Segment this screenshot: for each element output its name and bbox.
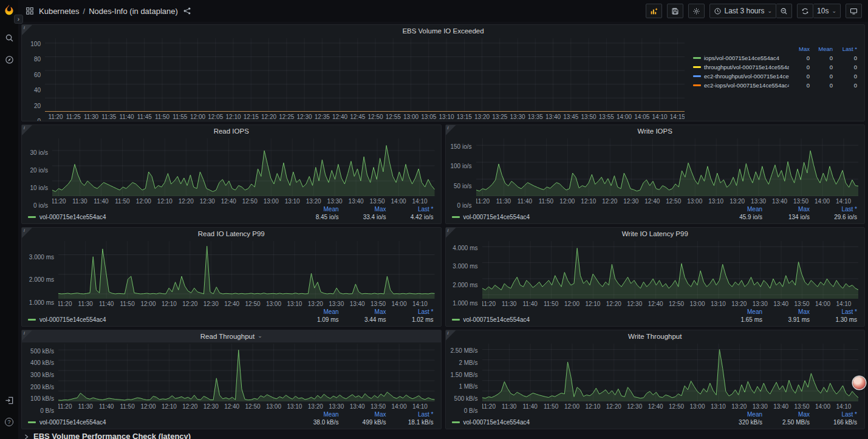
x-tick-label: 13:10: [439, 114, 454, 120]
panel-header-read-throughput[interactable]: Read Throughput⌄: [22, 330, 441, 342]
legend-column-header[interactable]: Mean: [292, 206, 339, 213]
breadcrumb-folder[interactable]: Kubernetes: [39, 7, 80, 16]
panel-plot-ebs-io-exceeded[interactable]: [45, 38, 685, 112]
panel-plot-read-latency[interactable]: [58, 241, 435, 299]
legend-column-header[interactable]: Last *: [810, 411, 857, 418]
panel-legend-read-throughput: MeanMaxLast *vol-000715e14ce554ac438.0 k…: [22, 410, 441, 429]
x-tick-label: 12:00: [559, 198, 575, 205]
share-icon[interactable]: [183, 7, 191, 15]
legend-item[interactable]: vol-000715e14ce554ac4: [452, 419, 716, 426]
legend-series-name: iops/vol-000715e14ce554ac4: [704, 55, 779, 61]
legend-column-header[interactable]: Max: [789, 46, 810, 52]
panel-plot-write-iops[interactable]: [476, 138, 859, 196]
zoom-out-time-button[interactable]: [776, 4, 792, 18]
panel-header-write-latency[interactable]: Write IO Latency P99: [446, 228, 865, 240]
x-tick-label: 11:40: [99, 403, 114, 410]
legend-item[interactable]: iops/vol-000715e14ce554ac4: [693, 55, 789, 61]
y-tick-label: 20 io/s: [30, 167, 48, 174]
legend-column-header[interactable]: Last *: [386, 206, 434, 213]
grafana-logo-icon[interactable]: [3, 4, 15, 16]
panel-plot-write-latency[interactable]: [482, 241, 859, 299]
y-tick-label: 100 io/s: [450, 163, 471, 169]
legend-column-header[interactable]: Max: [762, 308, 810, 315]
search-icon[interactable]: [4, 32, 15, 43]
panel-legend-write-iops: MeanMaxLast *vol-000715e14ce554ac445.9 i…: [446, 205, 865, 223]
breadcrumb-separator: /: [83, 7, 86, 16]
time-range-picker[interactable]: Last 3 hours ⌄: [709, 4, 777, 18]
legend-column-header[interactable]: Mean: [292, 411, 339, 418]
legend-column-header[interactable]: Max: [762, 411, 810, 418]
chat-avatar[interactable]: [853, 376, 866, 389]
legend-item[interactable]: vol-000715e14ce554ac4: [452, 214, 716, 220]
legend-column-header[interactable]: Max: [762, 206, 810, 213]
dashboard-settings-button[interactable]: [688, 4, 705, 18]
refresh-button[interactable]: [797, 4, 813, 18]
help-icon[interactable]: ?: [4, 417, 15, 427]
panel-title: Write IOPS: [638, 128, 672, 135]
add-panel-button[interactable]: [646, 4, 662, 18]
refresh-interval-picker[interactable]: 10s ⌄: [813, 4, 841, 18]
panel-header-ebs-io-exceeded[interactable]: EBS Volume IO Exceeded: [22, 25, 864, 37]
x-tick-label: 13:00: [689, 403, 705, 410]
y-tick-label: 100 kB/s: [30, 395, 54, 402]
x-tick-label: 12:20: [261, 114, 276, 120]
legend-column-header[interactable]: Mean: [715, 411, 762, 418]
legend-column-header[interactable]: Max: [339, 308, 386, 315]
apps-grid-icon[interactable]: [26, 7, 34, 15]
panel-header-write-throughput[interactable]: Write Throughput: [446, 330, 865, 342]
legend-item[interactable]: throughput/vol-000715e14ce554ac4: [693, 64, 789, 70]
y-tick-label: 1.000 ms: [453, 300, 477, 307]
panel-plot-read-throughput[interactable]: [58, 344, 435, 401]
save-dashboard-button[interactable]: [667, 4, 683, 18]
kiosk-mode-button[interactable]: [846, 4, 862, 18]
x-tick-label: 13:20: [308, 403, 323, 410]
x-tick-label: 11:50: [120, 403, 134, 410]
panel-header-read-latency[interactable]: Read IO Latency P99: [22, 228, 441, 240]
legend-item[interactable]: vol-000715e14ce554ac4: [452, 316, 716, 323]
y-tick-label: 150 io/s: [450, 143, 471, 149]
legend-item[interactable]: vol-000715e14ce554ac4: [28, 419, 292, 426]
legend-column-header[interactable]: Mean: [715, 206, 762, 213]
x-tick-label: 12:20: [182, 301, 197, 307]
legend-column-header[interactable]: Mean: [715, 308, 762, 315]
panel-plot-read-iops[interactable]: [52, 138, 435, 196]
legend-column-header[interactable]: Max: [339, 411, 386, 418]
legend-column-header[interactable]: Last *: [810, 308, 857, 315]
x-tick-label: 12:30: [297, 114, 312, 120]
legend-item[interactable]: ec2-iops/vol-000715e14ce554ac4: [693, 82, 789, 89]
sign-in-icon[interactable]: [4, 395, 15, 406]
panel-header-write-iops[interactable]: Write IOPS: [446, 125, 865, 137]
x-axis-read-iops: 11:2011:3011:4011:5012:0012:1012:2012:30…: [52, 196, 435, 205]
legend-column-header[interactable]: Max: [339, 206, 386, 213]
legend-column-header[interactable]: Mean: [292, 308, 339, 315]
panel-plot-write-throughput[interactable]: [482, 344, 859, 401]
x-tick-label: 11:50: [115, 198, 129, 205]
legend-item[interactable]: vol-000715e14ce554ac4: [28, 316, 292, 323]
x-tick-label: 12:30: [203, 403, 219, 410]
series-color-swatch: [693, 84, 701, 86]
x-tick-label: 12:35: [315, 114, 330, 120]
y-axis-read-throughput: 0 B/s100 kB/s200 kB/s300 kB/s400 kB/s500…: [24, 344, 58, 410]
legend-column-header[interactable]: Last *: [810, 206, 857, 213]
legend-column-header[interactable]: Mean: [810, 46, 833, 52]
legend-item[interactable]: ec2-throughput/vol-000715e14ce554ac4: [693, 73, 789, 80]
x-tick-label: 12:10: [226, 114, 241, 120]
x-tick-label: 12:00: [564, 403, 579, 410]
legend-column-header[interactable]: Last *: [386, 411, 434, 418]
x-tick-label: 14:10: [412, 403, 428, 410]
legend-column-header[interactable]: Last *: [386, 308, 434, 315]
legend-column-header[interactable]: Last *: [833, 46, 857, 52]
x-tick-label: 12:40: [644, 198, 660, 205]
panel-legend-read-latency: MeanMaxLast *vol-000715e14ce554ac41.09 m…: [22, 308, 441, 326]
legend-stat-value: 18.1 kB/s: [386, 419, 434, 426]
panel-header-read-iops[interactable]: Read IOPS: [22, 125, 441, 137]
breadcrumb-dashboard[interactable]: Nodes-Info (in dataplane): [89, 7, 178, 16]
sidebar-expand-icon[interactable]: ›: [14, 15, 23, 24]
legend-item[interactable]: vol-000715e14ce554ac4: [28, 214, 292, 220]
dashboard-row-header[interactable]: EBS Volume Performance Check (latency): [21, 432, 865, 439]
panel-legend-write-latency: MeanMaxLast *vol-000715e14ce554ac41.65 m…: [446, 308, 865, 326]
x-tick-label: 14:10: [836, 301, 851, 307]
x-tick-label: 13:50: [793, 198, 808, 205]
x-tick-label: 13:00: [264, 198, 279, 205]
explore-compass-icon[interactable]: [4, 54, 15, 65]
